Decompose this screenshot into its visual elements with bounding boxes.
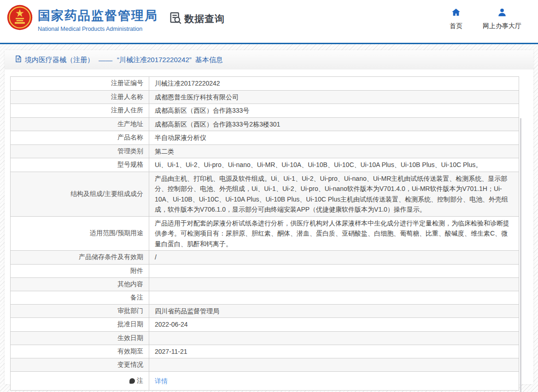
table-row: 注详情 [11, 372, 519, 391]
brand-block: 国家药品监督管理局 National Medical Products Admi… [38, 7, 158, 32]
nav-service-hall-label: 网上办事大厅 [483, 22, 521, 30]
row-label: 变更情况 [11, 358, 149, 371]
row-label: 适用范围/预期用途 [11, 217, 149, 251]
row-label: 备注 [11, 291, 149, 304]
row-label: 生效日期 [11, 332, 149, 345]
national-emblem-logo[interactable] [6, 4, 33, 31]
table-row: 产品储存条件及有效期/ [11, 251, 519, 265]
row-value: 2022-06-24 [149, 318, 519, 331]
table-row: 变更情况 [11, 358, 519, 372]
org-name-cn: 国家药品监督管理局 [38, 7, 158, 24]
row-value: Ui、Ui-1、Ui-2、Ui-pro、Ui-nano、Ui-MR、Ui-10A… [149, 158, 519, 172]
table-row: 注册人住所成都高新区（西区）合作路333号 [11, 104, 519, 118]
table-row: 适用范围/预期用途产品适用于对配套的尿液分析试纸条进行分析，供医疗机构对人体尿液… [11, 217, 519, 251]
table-row: 有效期至2027-11-21 [11, 345, 519, 359]
row-value: 成都高新区（西区）合作路333号2栋3楼301 [149, 118, 519, 131]
document-icon [15, 55, 25, 64]
row-label: 型号规格 [11, 158, 149, 172]
user-icon [497, 7, 507, 19]
row-label: 产品名称 [11, 131, 149, 144]
nav-home[interactable]: 首页 [450, 7, 462, 30]
row-label: 审批部门 [11, 305, 149, 318]
row-value: 产品由主机、打印机、电源及软件组成。Ui、Ui-1、Ui-2、Ui-pro、Ui… [149, 172, 519, 216]
row-label: 其他内容 [11, 278, 149, 291]
row-label: 产品储存条件及有效期 [11, 251, 149, 264]
row-label: 注册人住所 [11, 104, 149, 117]
home-icon [451, 7, 461, 19]
table-row: 生产地址成都高新区（西区）合作路333号2栋3楼301 [11, 118, 519, 132]
table-row: 注册证编号川械注准20172220242 [11, 77, 519, 91]
details-link[interactable]: 详情 [155, 376, 168, 386]
row-value: 产品适用于对配套的尿液分析试纸条进行分析，供医疗机构对人体尿液样本中生化成分进行… [149, 217, 519, 251]
row-value: 详情 [149, 372, 519, 390]
row-label: 生产地址 [11, 118, 149, 131]
data-query-tab[interactable]: 数据查询 [169, 11, 225, 27]
row-label: 注册证编号 [11, 77, 149, 90]
nav-service-hall[interactable]: 网上办事大厅 [483, 7, 521, 30]
row-value: 成都高新区（西区）合作路333号 [149, 104, 519, 117]
nav-home-label: 首页 [450, 22, 462, 30]
page-title-separator: —— [99, 56, 112, 64]
row-label: 有效期至 [11, 345, 149, 358]
row-value: 半自动尿液分析仪 [149, 131, 519, 144]
top-nav: 首页 网上办事大厅 [450, 7, 521, 30]
table-row: 附件 [11, 265, 519, 278]
page-title-bar: 境内医疗器械（注册） —— “川械注准20172220242” 基本信息 [5, 50, 533, 69]
vertical-scrollbar[interactable] [520, 118, 521, 392]
row-label: 批准日期 [11, 318, 149, 331]
row-value [149, 358, 519, 371]
row-value [149, 291, 519, 304]
table-row: 产品名称半自动尿液分析仪 [11, 131, 519, 145]
row-label: 注册人名称 [11, 91, 149, 104]
row-value: 成都恩普生医疗科技有限公司 [149, 91, 519, 104]
table-row: 注册人名称成都恩普生医疗科技有限公司 [11, 91, 519, 104]
table-row: 型号规格Ui、Ui-1、Ui-2、Ui-pro、Ui-nano、Ui-MR、Ui… [11, 158, 519, 172]
row-value: / [149, 251, 519, 264]
row-value [149, 278, 519, 291]
page-background: 境内医疗器械（注册） —— “川械注准20172220242” 基本信息 注册证… [0, 44, 538, 392]
row-label: 结构及组成/主要组成成分 [11, 172, 149, 216]
document-search-icon [169, 11, 182, 27]
row-value: 川械注准20172220242 [149, 77, 519, 90]
table-row: 审批部门四川省药品监督管理局 [11, 305, 519, 318]
note-icon [129, 378, 135, 384]
table-row: 管理类别第二类 [11, 145, 519, 159]
row-label: 管理类别 [11, 145, 149, 158]
page-title-subject: “川械注准20172220242” [117, 56, 192, 64]
content-panel: 境内医疗器械（注册） —— “川械注准20172220242” 基本信息 注册证… [5, 50, 533, 384]
row-value [149, 332, 519, 345]
data-query-label: 数据查询 [184, 12, 225, 25]
row-value: 2027-11-21 [149, 345, 519, 358]
page-title-suffix: 基本信息 [195, 56, 223, 64]
page-title-prefix: 境内医疗器械（注册） [25, 56, 94, 64]
row-label: 附件 [11, 265, 149, 277]
row-label: 注 [11, 372, 149, 390]
table-row: 批准日期2022-06-24 [11, 318, 519, 332]
row-value [149, 265, 519, 277]
table-row: 其他内容 [11, 278, 519, 291]
row-value: 第二类 [149, 145, 519, 158]
row-value: 四川省药品监督管理局 [149, 305, 519, 318]
table-row: 结构及组成/主要组成成分产品由主机、打印机、电源及软件组成。Ui、Ui-1、Ui… [11, 172, 519, 217]
site-header: 国家药品监督管理局 National Medical Products Admi… [0, 0, 538, 43]
table-row: 备注 [11, 291, 519, 305]
info-table: 注册证编号川械注准20172220242注册人名称成都恩普生医疗科技有限公司注册… [10, 76, 519, 391]
org-name-en: National Medical Products Administration [38, 26, 158, 32]
table-row: 生效日期 [11, 332, 519, 345]
